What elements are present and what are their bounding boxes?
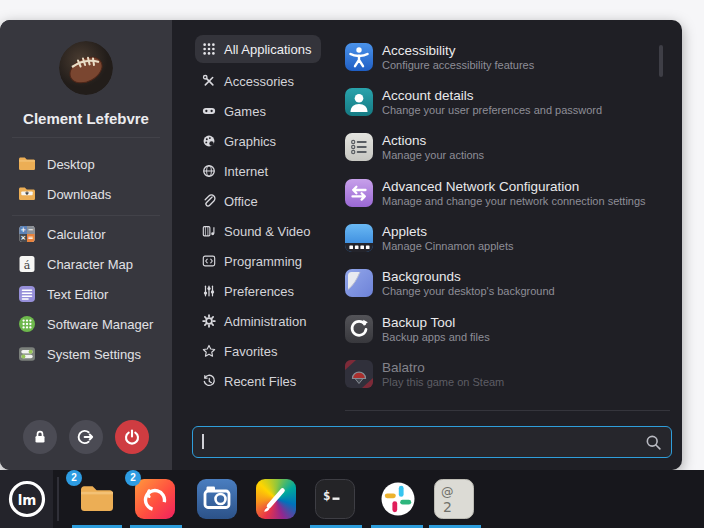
- svg-text:lm: lm: [17, 492, 36, 508]
- grid-icon: [202, 42, 216, 56]
- logout-button[interactable]: [69, 420, 103, 454]
- category-label: Sound & Video: [224, 224, 311, 239]
- football-avatar-image: [59, 41, 113, 95]
- app-description: Change your desktop's background: [382, 285, 555, 298]
- sidebar-item-calculator[interactable]: + − × = Calculator: [12, 219, 168, 249]
- linux-mint-logo-icon: lm: [6, 478, 48, 520]
- lock-screen-button[interactable]: [23, 420, 57, 454]
- terminal-icon: $: [315, 479, 355, 519]
- desktop-background: Clement Lefebvre Desktop Downloads: [0, 0, 704, 528]
- avatar[interactable]: [59, 41, 113, 95]
- app-list-scrollbar[interactable]: [659, 45, 663, 77]
- lock-icon: [31, 428, 49, 446]
- balatro-icon: [345, 360, 373, 388]
- sidebar-item-text-editor[interactable]: Text Editor: [12, 279, 168, 309]
- app-row-backup-tool[interactable]: Backup Tool Backup apps and files: [345, 307, 665, 351]
- folder-icon: [17, 154, 37, 174]
- category-administration[interactable]: Administration: [195, 307, 345, 335]
- category-accessories[interactable]: Accessories: [195, 67, 345, 95]
- app-title: Applets: [382, 224, 513, 240]
- sidebar-item-software-manager[interactable]: Software Manager: [12, 309, 168, 339]
- category-all-applications[interactable]: All Applications: [195, 35, 321, 63]
- app-row-advanced-network-configuration[interactable]: Advanced Network Configuration Manage an…: [345, 171, 665, 215]
- app-description: Manage your actions: [382, 149, 484, 162]
- camera-icon: [197, 479, 237, 519]
- star-icon: [202, 344, 216, 358]
- running-indicator-files: [72, 525, 122, 528]
- svg-text:$: $: [323, 488, 331, 503]
- app-description: Backup apps and files: [382, 331, 490, 344]
- taskbar-files-button[interactable]: [77, 479, 117, 519]
- taskbar-drawing-button[interactable]: [256, 479, 296, 519]
- category-programming[interactable]: Programming: [195, 247, 345, 275]
- taskbar-screenshot-button[interactable]: [197, 479, 237, 519]
- app-description: Configure accessibility features: [382, 59, 534, 72]
- app-label: Character Map: [47, 257, 133, 272]
- app-description: Play this game on Steam: [382, 376, 504, 389]
- category-label: Administration: [224, 314, 306, 329]
- app-row-balatro[interactable]: Balatro Play this game on Steam: [345, 352, 665, 396]
- category-games[interactable]: Games: [195, 97, 345, 125]
- app-title: Balatro: [382, 360, 504, 376]
- category-preferences[interactable]: Preferences: [195, 277, 345, 305]
- category-favorites[interactable]: Favorites: [195, 337, 345, 365]
- category-graphics[interactable]: Graphics: [195, 127, 345, 155]
- palette-icon: [202, 134, 216, 148]
- logout-icon: [77, 428, 95, 446]
- sidebar-item-system-settings[interactable]: System Settings: [12, 339, 168, 369]
- history-icon: [202, 374, 216, 388]
- category-recent-files[interactable]: Recent Files: [195, 367, 345, 395]
- paint-brush-icon: [256, 479, 296, 519]
- app-row-backgrounds[interactable]: Backgrounds Change your desktop's backgr…: [345, 261, 665, 305]
- text-editor-icon: [17, 284, 37, 304]
- film-music-icon: [202, 224, 216, 238]
- paint-palette-background: [256, 479, 296, 519]
- power-icon: [123, 428, 141, 446]
- svg-text:@: @: [441, 484, 454, 499]
- category-office[interactable]: Office: [195, 187, 345, 215]
- backup-tool-icon: [345, 315, 373, 343]
- system-settings-icon: [17, 344, 37, 364]
- sidebar-divider: [12, 215, 160, 216]
- app-title: Accessibility: [382, 43, 534, 59]
- category-internet[interactable]: Internet: [195, 157, 345, 185]
- app-label: Text Editor: [47, 287, 108, 302]
- taskbar-slack-button[interactable]: [378, 479, 418, 519]
- taskbar-firefox-button[interactable]: [135, 479, 175, 519]
- app-row-account-details[interactable]: Account details Change your user prefere…: [345, 80, 665, 124]
- sidebar-item-desktop[interactable]: Desktop: [12, 149, 168, 179]
- category-label: Internet: [224, 164, 268, 179]
- category-label: Preferences: [224, 284, 294, 299]
- taskbar-terminal-button[interactable]: $: [315, 479, 355, 519]
- network-configuration-icon: [345, 179, 373, 207]
- gamepad-icon: [202, 104, 216, 118]
- running-indicator-slack: [371, 525, 423, 528]
- app-row-accessibility[interactable]: Accessibility Configure accessibility fe…: [345, 35, 665, 79]
- search-input[interactable]: [203, 429, 637, 457]
- actions-icon: [345, 133, 373, 161]
- tools-icon: [202, 74, 216, 88]
- app-row-actions[interactable]: Actions Manage your actions: [345, 125, 665, 169]
- svg-text:×: ×: [20, 234, 26, 242]
- calculator-icon: + − × =: [17, 224, 37, 244]
- backgrounds-icon: [345, 269, 373, 297]
- search-box[interactable]: [192, 426, 672, 458]
- text-cursor: [202, 434, 204, 449]
- menu-main-area: All Applications Accessories Games: [172, 20, 682, 470]
- place-label: Desktop: [47, 157, 95, 172]
- power-button[interactable]: [115, 420, 149, 454]
- category-sound-video[interactable]: Sound & Video: [195, 217, 345, 245]
- category-label: Favorites: [224, 344, 277, 359]
- app-title: Advanced Network Configuration: [382, 179, 646, 195]
- category-label: Accessories: [224, 74, 294, 89]
- menu-button[interactable]: lm: [0, 470, 53, 528]
- sidebar-item-downloads[interactable]: Downloads: [12, 179, 168, 209]
- app-row-applets[interactable]: Applets Manage Cinnamon applets: [345, 216, 665, 260]
- search-icon: [645, 434, 662, 451]
- app-description: Manage and change your network connectio…: [382, 195, 646, 208]
- panel-taskbar: lm 2 2: [0, 470, 704, 528]
- gear-icon: [202, 314, 216, 328]
- svg-text:á: á: [24, 259, 31, 272]
- taskbar-window-at-button[interactable]: @ 2: [434, 479, 474, 519]
- sidebar-item-character-map[interactable]: á Character Map: [12, 249, 168, 279]
